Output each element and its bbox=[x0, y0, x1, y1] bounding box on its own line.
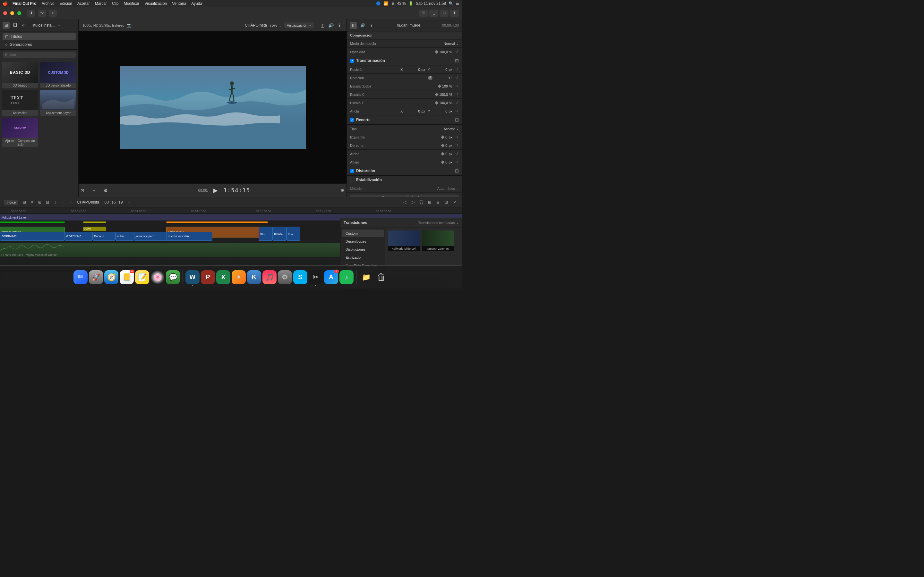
close-button[interactable] bbox=[3, 11, 7, 15]
escala-x-reset-icon[interactable]: ↺ bbox=[454, 92, 459, 97]
sidebar-nav-titles[interactable]: ⊞ bbox=[3, 22, 10, 29]
arriba-keyframe-icon[interactable] bbox=[441, 152, 445, 155]
recorte-checkbox[interactable]: ✓ bbox=[350, 118, 354, 122]
dock-finder[interactable] bbox=[73, 270, 87, 284]
settings-button[interactable]: ⚙ bbox=[102, 187, 110, 194]
izquierda-keyframe-icon[interactable] bbox=[441, 135, 445, 139]
trans-thumb-smoothzoom[interactable]: Smooth Zoom In bbox=[422, 230, 454, 251]
tl-arrow-icon[interactable]: ↓ bbox=[52, 199, 59, 206]
arriba-reset-icon[interactable]: ↺ bbox=[454, 152, 459, 156]
inspector-video-icon[interactable]: ◫ bbox=[350, 22, 357, 29]
escala-y-reset-icon[interactable]: ↺ bbox=[454, 101, 459, 105]
timeline-only-button[interactable]: ⣀ bbox=[429, 10, 438, 17]
apple-logo-icon[interactable]: 🍎 bbox=[3, 1, 8, 6]
sidebar-dropdown-icon[interactable]: ⌄ bbox=[57, 23, 60, 27]
preview-info-icon[interactable]: ℹ bbox=[336, 22, 342, 29]
dock-spotify[interactable]: ♪ bbox=[339, 270, 354, 284]
abajo-reset-icon[interactable]: ↺ bbox=[454, 160, 459, 164]
derecha-reset-icon[interactable]: ↺ bbox=[454, 143, 459, 148]
dock-notes[interactable]: 📝 bbox=[135, 270, 149, 284]
title-card-3d-basico[interactable]: BASIC 3D 3D básico bbox=[2, 62, 38, 88]
transformacion-expand-icon[interactable]: ⊡ bbox=[455, 58, 459, 63]
crop-button[interactable]: ⊡ bbox=[79, 187, 86, 194]
transform-button[interactable]: ↔ bbox=[90, 187, 98, 194]
opacidad-keyframe-icon[interactable] bbox=[435, 50, 438, 53]
tipo-value[interactable]: Acortar ⌄ bbox=[382, 127, 459, 131]
menu-visualizacion[interactable]: Visualización bbox=[142, 0, 169, 7]
sidebar-nav-tags[interactable]: 🏷 bbox=[21, 22, 27, 29]
trans-cat-desenfoques[interactable]: Desenfoques bbox=[342, 237, 384, 245]
dock-appstore[interactable]: A 1 bbox=[324, 270, 338, 284]
clip-daniel[interactable]: Daniel c... bbox=[92, 232, 115, 241]
sidebar-item-titulos[interactable]: ◻ Títulos bbox=[3, 33, 76, 40]
clip-gopr4943[interactable]: GOPR4943 bbox=[0, 232, 65, 241]
preview-video-icon[interactable]: ◫ bbox=[319, 22, 326, 29]
title-card-ajuste[interactable]: DESCRIP Ajuste – Compos. de texto bbox=[2, 118, 38, 147]
tl-prev-arrow[interactable]: ‹ bbox=[67, 199, 74, 206]
clip-m1[interactable]: m... bbox=[258, 227, 272, 241]
escala-y-keyframe-icon[interactable] bbox=[435, 101, 438, 105]
dock-contacts[interactable]: 📒 46 bbox=[120, 270, 134, 284]
clip-200pct[interactable]: 200% bbox=[83, 227, 106, 231]
keyword-button[interactable]: ⌥ bbox=[38, 10, 46, 17]
dock-prefs[interactable]: ⚙ bbox=[278, 270, 292, 284]
tl-magnify-icon[interactable]: ⊡ bbox=[443, 199, 450, 206]
rotacion-input[interactable] bbox=[434, 76, 450, 80]
menu-marcar[interactable]: Marcar bbox=[93, 0, 109, 7]
recorte-header[interactable]: ✓ Recorte ⊡ bbox=[347, 115, 462, 125]
escala-todo-reset-icon[interactable]: ↺ bbox=[454, 84, 459, 89]
dock-fcp[interactable]: ✂ bbox=[309, 270, 323, 284]
title-card-custom3d[interactable]: CUSTOM 3D 3D personalizado bbox=[40, 62, 76, 88]
modo-mezcla-value[interactable]: Normal ⌄ bbox=[382, 42, 459, 45]
tl-column-icon[interactable]: ⊞ bbox=[36, 199, 43, 206]
dock-excel[interactable]: X bbox=[216, 270, 230, 284]
transformacion-checkbox[interactable]: ✓ bbox=[350, 59, 354, 63]
ancla-y-input[interactable] bbox=[431, 109, 447, 113]
tl-list-icon[interactable]: ≡ bbox=[29, 199, 36, 206]
menu-modificar[interactable]: Modificar bbox=[121, 0, 142, 7]
control-center-icon[interactable]: ☰ bbox=[456, 1, 459, 6]
menu-edicion[interactable]: Edición bbox=[57, 0, 74, 7]
play-button[interactable]: ▶ bbox=[212, 187, 220, 194]
sidebar-item-generadores[interactable]: ○ Generadores bbox=[3, 41, 76, 48]
posicion-y-input[interactable] bbox=[431, 68, 447, 71]
index-button[interactable]: Índice bbox=[4, 200, 18, 205]
minimize-button[interactable] bbox=[10, 11, 14, 15]
abajo-keyframe-icon[interactable] bbox=[441, 160, 445, 164]
save-preset-button[interactable]: Guardar preajuste de efectos bbox=[350, 195, 459, 197]
title-card-adjustment[interactable]: Adjustment Layer bbox=[40, 90, 76, 116]
preview-audio-icon[interactable]: 🔊 bbox=[327, 22, 334, 29]
tl-settings-icon[interactable]: ⊡ bbox=[44, 199, 51, 206]
tl-audio-right-icon[interactable]: ▷ bbox=[409, 199, 417, 206]
dock-safari[interactable]: 🧭 bbox=[104, 270, 118, 284]
clip-jaime-vic[interactable]: jaime+vic perro bbox=[134, 232, 171, 241]
clip-mcos[interactable]: m.cos... bbox=[273, 227, 286, 241]
clip-m-cosa-rara[interactable]: m.cosa rara dani bbox=[166, 232, 212, 241]
import-button[interactable]: ⬇ bbox=[27, 10, 35, 17]
background-tasks-button[interactable]: ⊙ bbox=[49, 10, 57, 17]
ancla-reset-icon[interactable]: ↺ bbox=[454, 109, 459, 113]
dock-word[interactable]: W bbox=[186, 270, 200, 284]
escala-x-keyframe-icon[interactable] bbox=[435, 93, 438, 96]
dock-launchpad[interactable]: 🚀 bbox=[89, 270, 103, 284]
derecha-keyframe-icon[interactable] bbox=[441, 143, 445, 147]
trans-cat-disoluciones[interactable]: Disoluciones bbox=[342, 245, 384, 253]
menu-archivo[interactable]: Archivo bbox=[39, 0, 57, 7]
zoom-control[interactable]: 75% ⌄ bbox=[270, 23, 282, 27]
opacidad-reset-icon[interactable]: ↺ bbox=[454, 50, 459, 54]
fullscreen-button[interactable]: ⊞ bbox=[339, 187, 347, 194]
search-icon[interactable]: 🔍 bbox=[449, 1, 453, 6]
tl-vert-split-icon[interactable]: ⊞ bbox=[426, 199, 433, 206]
estabilizacion-checkbox[interactable] bbox=[350, 178, 354, 182]
estabilizacion-header[interactable]: Estabilización bbox=[347, 176, 462, 184]
browser-button[interactable]: ⠿ bbox=[419, 10, 428, 17]
trans-thumb-rollworld[interactable]: Rollworld Slide Left bbox=[388, 230, 420, 251]
visualization-button[interactable]: Visualización ⌄ bbox=[284, 23, 314, 28]
menu-ventana[interactable]: Ventana bbox=[170, 0, 188, 7]
trans-cat-estilizado[interactable]: Estilizado bbox=[342, 253, 384, 261]
tl-next-arrow[interactable]: › bbox=[126, 199, 132, 206]
menu-acortar[interactable]: Acortar bbox=[75, 0, 92, 7]
clip-mbat[interactable]: m.bat... bbox=[115, 232, 134, 241]
sidebar-search-input[interactable] bbox=[3, 52, 76, 58]
tl-horiz-split-icon[interactable]: ⊟ bbox=[435, 199, 441, 206]
